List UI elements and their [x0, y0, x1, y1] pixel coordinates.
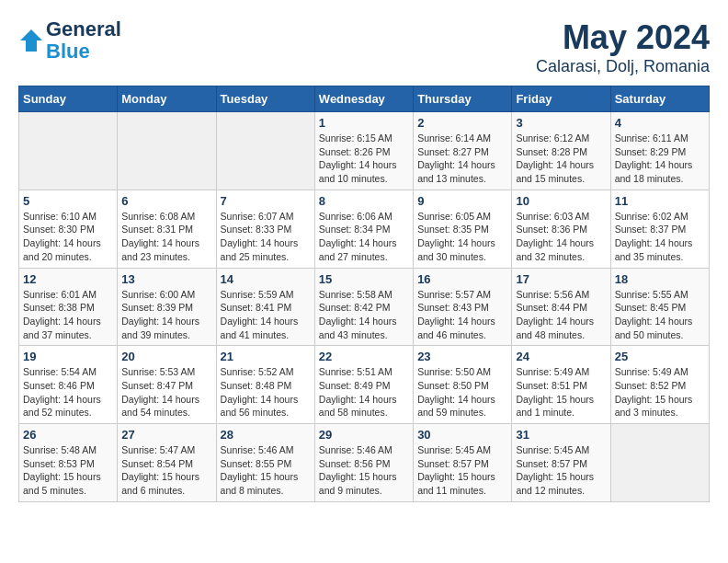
- day-info: Sunrise: 5:55 AM Sunset: 8:45 PM Dayligh…: [615, 288, 705, 342]
- day-info: Sunrise: 5:59 AM Sunset: 8:41 PM Dayligh…: [221, 288, 311, 342]
- day-number: 2: [417, 116, 507, 130]
- day-info: Sunrise: 5:56 AM Sunset: 8:44 PM Dayligh…: [516, 288, 606, 342]
- day-cell: 23Sunrise: 5:50 AM Sunset: 8:50 PM Dayli…: [414, 346, 512, 424]
- day-number: 24: [516, 350, 606, 363]
- day-cell: 6Sunrise: 6:08 AM Sunset: 8:31 PM Daylig…: [118, 190, 216, 268]
- day-number: 28: [221, 428, 311, 442]
- day-number: 1: [319, 116, 409, 130]
- day-info: Sunrise: 5:53 AM Sunset: 8:47 PM Dayligh…: [121, 365, 211, 419]
- day-info: Sunrise: 6:00 AM Sunset: 8:39 PM Dayligh…: [121, 288, 211, 342]
- header-row: SundayMondayTuesdayWednesdayThursdayFrid…: [19, 86, 710, 112]
- day-header-tuesday: Tuesday: [216, 86, 314, 112]
- day-number: 12: [23, 272, 113, 286]
- day-number: 9: [417, 194, 507, 208]
- day-cell: 21Sunrise: 5:52 AM Sunset: 8:48 PM Dayli…: [216, 346, 314, 424]
- day-cell: 5Sunrise: 6:10 AM Sunset: 8:30 PM Daylig…: [19, 190, 118, 268]
- day-number: 19: [23, 350, 113, 363]
- day-info: Sunrise: 5:51 AM Sunset: 8:49 PM Dayligh…: [319, 365, 409, 419]
- day-info: Sunrise: 5:57 AM Sunset: 8:43 PM Dayligh…: [417, 288, 507, 342]
- day-number: 3: [516, 116, 606, 130]
- logo-icon: [18, 28, 44, 53]
- day-cell: 10Sunrise: 6:03 AM Sunset: 8:36 PM Dayli…: [512, 190, 610, 268]
- day-cell: 27Sunrise: 5:47 AM Sunset: 8:54 PM Dayli…: [118, 424, 216, 502]
- week-row-1: 1Sunrise: 6:15 AM Sunset: 8:26 PM Daylig…: [19, 112, 710, 190]
- day-cell: [610, 424, 709, 502]
- day-cell: 1Sunrise: 6:15 AM Sunset: 8:26 PM Daylig…: [314, 112, 413, 190]
- day-number: 30: [417, 428, 507, 442]
- calendar-title: May 2024: [536, 18, 710, 57]
- day-number: 26: [23, 428, 113, 442]
- day-cell: 31Sunrise: 5:45 AM Sunset: 8:57 PM Dayli…: [512, 424, 610, 502]
- week-row-3: 12Sunrise: 6:01 AM Sunset: 8:38 PM Dayli…: [19, 268, 710, 346]
- day-cell: 17Sunrise: 5:56 AM Sunset: 8:44 PM Dayli…: [512, 268, 610, 346]
- day-cell: 2Sunrise: 6:14 AM Sunset: 8:27 PM Daylig…: [414, 112, 512, 190]
- day-number: 4: [615, 116, 705, 130]
- logo-text: GeneralBlue: [46, 18, 121, 63]
- day-cell: 20Sunrise: 5:53 AM Sunset: 8:47 PM Dayli…: [118, 346, 216, 424]
- day-cell: [216, 112, 314, 190]
- day-info: Sunrise: 5:50 AM Sunset: 8:50 PM Dayligh…: [417, 365, 507, 419]
- day-cell: 9Sunrise: 6:05 AM Sunset: 8:35 PM Daylig…: [414, 190, 512, 268]
- day-cell: 26Sunrise: 5:48 AM Sunset: 8:53 PM Dayli…: [19, 424, 118, 502]
- day-header-monday: Monday: [118, 86, 216, 112]
- day-cell: 15Sunrise: 5:58 AM Sunset: 8:42 PM Dayli…: [314, 268, 413, 346]
- logo: GeneralBlue: [18, 18, 121, 63]
- day-info: Sunrise: 6:01 AM Sunset: 8:38 PM Dayligh…: [23, 288, 113, 342]
- day-cell: [118, 112, 216, 190]
- day-cell: 3Sunrise: 6:12 AM Sunset: 8:28 PM Daylig…: [512, 112, 610, 190]
- day-number: 14: [221, 272, 311, 286]
- day-info: Sunrise: 5:48 AM Sunset: 8:53 PM Dayligh…: [23, 443, 113, 498]
- day-number: 8: [319, 194, 409, 208]
- day-info: Sunrise: 6:05 AM Sunset: 8:35 PM Dayligh…: [417, 210, 507, 264]
- day-info: Sunrise: 6:12 AM Sunset: 8:28 PM Dayligh…: [516, 132, 606, 186]
- day-header-thursday: Thursday: [414, 86, 512, 112]
- week-row-2: 5Sunrise: 6:10 AM Sunset: 8:30 PM Daylig…: [19, 190, 710, 268]
- day-info: Sunrise: 5:45 AM Sunset: 8:57 PM Dayligh…: [516, 443, 606, 498]
- day-cell: 14Sunrise: 5:59 AM Sunset: 8:41 PM Dayli…: [216, 268, 314, 346]
- day-cell: 29Sunrise: 5:46 AM Sunset: 8:56 PM Dayli…: [314, 424, 413, 502]
- day-header-sunday: Sunday: [19, 86, 118, 112]
- day-header-wednesday: Wednesday: [314, 86, 413, 112]
- day-info: Sunrise: 6:08 AM Sunset: 8:31 PM Dayligh…: [121, 210, 211, 264]
- day-info: Sunrise: 5:49 AM Sunset: 8:51 PM Dayligh…: [516, 365, 606, 419]
- day-number: 10: [516, 194, 606, 208]
- day-number: 25: [615, 350, 705, 363]
- page-header: GeneralBlue May 2024 Calarasi, Dolj, Rom…: [18, 18, 710, 76]
- day-number: 21: [221, 350, 311, 363]
- day-number: 5: [23, 194, 113, 208]
- day-header-friday: Friday: [512, 86, 610, 112]
- day-info: Sunrise: 6:07 AM Sunset: 8:33 PM Dayligh…: [221, 210, 311, 264]
- day-cell: [19, 112, 118, 190]
- week-row-4: 19Sunrise: 5:54 AM Sunset: 8:46 PM Dayli…: [19, 346, 710, 424]
- day-cell: 25Sunrise: 5:49 AM Sunset: 8:52 PM Dayli…: [610, 346, 709, 424]
- day-header-saturday: Saturday: [610, 86, 709, 112]
- day-info: Sunrise: 5:58 AM Sunset: 8:42 PM Dayligh…: [319, 288, 409, 342]
- day-cell: 13Sunrise: 6:00 AM Sunset: 8:39 PM Dayli…: [118, 268, 216, 346]
- day-number: 6: [121, 194, 211, 208]
- day-cell: 30Sunrise: 5:45 AM Sunset: 8:57 PM Dayli…: [414, 424, 512, 502]
- day-info: Sunrise: 6:06 AM Sunset: 8:34 PM Dayligh…: [319, 210, 409, 264]
- day-info: Sunrise: 5:49 AM Sunset: 8:52 PM Dayligh…: [615, 365, 705, 419]
- day-info: Sunrise: 5:45 AM Sunset: 8:57 PM Dayligh…: [417, 443, 507, 498]
- day-info: Sunrise: 6:10 AM Sunset: 8:30 PM Dayligh…: [23, 210, 113, 264]
- day-info: Sunrise: 5:54 AM Sunset: 8:46 PM Dayligh…: [23, 365, 113, 419]
- svg-marker-0: [20, 29, 42, 52]
- day-info: Sunrise: 6:14 AM Sunset: 8:27 PM Dayligh…: [417, 132, 507, 186]
- day-info: Sunrise: 6:03 AM Sunset: 8:36 PM Dayligh…: [516, 210, 606, 264]
- day-number: 23: [417, 350, 507, 363]
- day-number: 27: [121, 428, 211, 442]
- day-number: 16: [417, 272, 507, 286]
- day-cell: 4Sunrise: 6:11 AM Sunset: 8:29 PM Daylig…: [610, 112, 709, 190]
- day-cell: 8Sunrise: 6:06 AM Sunset: 8:34 PM Daylig…: [314, 190, 413, 268]
- title-block: May 2024 Calarasi, Dolj, Romania: [536, 18, 710, 76]
- day-cell: 7Sunrise: 6:07 AM Sunset: 8:33 PM Daylig…: [216, 190, 314, 268]
- day-number: 18: [615, 272, 705, 286]
- day-cell: 18Sunrise: 5:55 AM Sunset: 8:45 PM Dayli…: [610, 268, 709, 346]
- day-info: Sunrise: 5:52 AM Sunset: 8:48 PM Dayligh…: [221, 365, 311, 419]
- day-number: 15: [319, 272, 409, 286]
- week-row-5: 26Sunrise: 5:48 AM Sunset: 8:53 PM Dayli…: [19, 424, 710, 502]
- calendar-subtitle: Calarasi, Dolj, Romania: [536, 57, 710, 76]
- calendar-table: SundayMondayTuesdayWednesdayThursdayFrid…: [18, 86, 710, 502]
- day-number: 11: [615, 194, 705, 208]
- day-cell: 28Sunrise: 5:46 AM Sunset: 8:55 PM Dayli…: [216, 424, 314, 502]
